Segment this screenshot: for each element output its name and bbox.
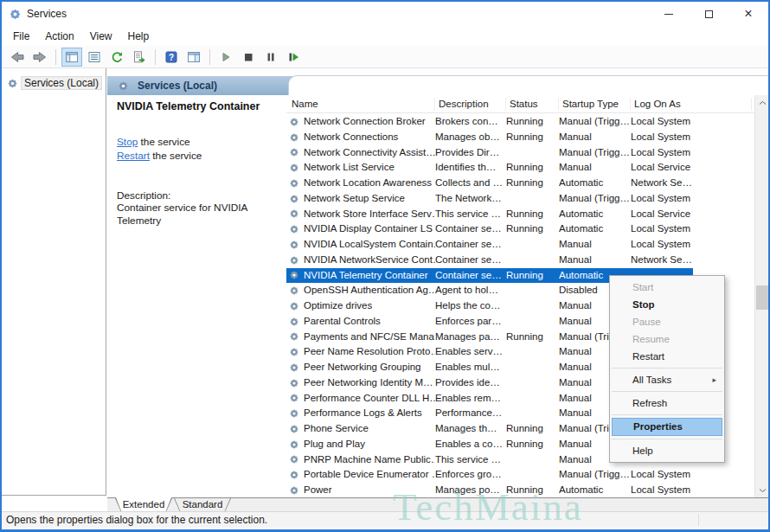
service-gear-icon <box>289 178 299 189</box>
service-name-cell: Network Location Awareness <box>286 176 435 191</box>
service-log-on-as-cell: Local System <box>631 114 693 130</box>
service-status-cell: Running <box>506 421 559 437</box>
service-description-cell: Helps the co… <box>435 298 506 314</box>
stop-service-link[interactable]: Stop <box>117 136 138 148</box>
service-row[interactable]: Portable Device Enumerator … Enforces gr… <box>286 467 693 483</box>
service-row[interactable]: Power Manages po… Running Automatic Loca… <box>286 483 693 497</box>
column-header-name[interactable]: Name <box>286 98 435 111</box>
scroll-down-button[interactable] <box>755 483 770 497</box>
restart-service-button[interactable] <box>283 48 304 67</box>
description-label: Description: <box>117 189 278 202</box>
view-tabs: ExtendedStandard <box>107 497 768 511</box>
show-console-tree-button[interactable] <box>61 48 82 67</box>
tab-extended[interactable]: Extended <box>115 498 172 512</box>
service-row[interactable]: Network Setup Service The Network… Manua… <box>286 191 693 207</box>
service-gear-icon <box>289 347 299 357</box>
console-tree-pane: Services (Local) <box>2 68 106 496</box>
start-service-button[interactable] <box>215 48 236 67</box>
context-menu-item-restart[interactable]: Restart <box>610 348 724 365</box>
service-row[interactable]: Network Connections Manages ob… Running … <box>286 130 693 145</box>
tab-label: Extended <box>115 498 172 511</box>
menu-item-label: Properties <box>633 421 683 432</box>
scrollbar-thumb[interactable] <box>756 285 769 310</box>
stop-service-text: the service <box>138 136 189 148</box>
restart-service-link[interactable]: Restart <box>117 150 150 162</box>
service-status-cell: Running <box>506 130 559 145</box>
service-row[interactable]: NVIDIA Display Container LS Container se… <box>286 221 693 237</box>
show-action-pane-button[interactable] <box>183 48 204 67</box>
service-row[interactable]: Network Connection Broker Brokers con… R… <box>286 114 693 130</box>
tree-item-services-local[interactable]: Services (Local) <box>7 76 106 90</box>
service-description-cell: Enforces gro… <box>435 467 506 483</box>
menu-action[interactable]: Action <box>37 28 81 45</box>
menu-help[interactable]: Help <box>120 28 157 45</box>
maximize-icon <box>705 10 713 18</box>
column-header-status[interactable]: Status <box>506 98 559 111</box>
window-title: Services <box>27 8 67 20</box>
service-startup-type-cell: Automatic <box>559 483 631 497</box>
tab-standard[interactable]: Standard <box>174 498 231 512</box>
tab-label: Standard <box>174 498 231 511</box>
service-status-cell: Running <box>506 330 559 345</box>
column-header-startup-type[interactable]: Startup Type <box>559 98 631 111</box>
service-gear-icon <box>289 485 299 496</box>
service-description-cell: Manages pa… <box>435 330 506 345</box>
service-row[interactable]: Network Store Interface Serv… This servi… <box>286 207 693 222</box>
pane-header-title: Services (Local) <box>138 80 217 92</box>
menu-file[interactable]: File <box>5 28 37 45</box>
context-menu-item-properties[interactable]: Properties <box>612 418 722 436</box>
menu-item-label: Refresh <box>632 398 667 408</box>
refresh-icon <box>110 50 124 64</box>
context-menu-item-help[interactable]: Help <box>610 442 724 459</box>
close-button[interactable]: × <box>728 2 768 26</box>
services-window: Services × FileActionViewHelp <box>0 0 770 532</box>
service-name-cell: Network Connection Broker <box>286 114 435 130</box>
service-startup-type-cell: Manual <box>559 253 631 268</box>
refresh-button[interactable] <box>106 48 127 67</box>
service-gear-icon <box>289 194 299 204</box>
pane-header-gear-icon <box>118 80 129 92</box>
minimize-button[interactable] <box>649 2 689 26</box>
help-icon: ? <box>164 50 178 64</box>
service-gear-icon <box>289 454 299 465</box>
service-row[interactable]: Network Connectivity Assist… Provides Di… <box>286 145 693 161</box>
service-row[interactable]: NVIDIA NetworkService Cont… Container se… <box>286 253 693 268</box>
service-log-on-as-cell: Network Se… <box>631 176 693 191</box>
scroll-up-button[interactable] <box>755 95 770 110</box>
service-gear-icon <box>289 285 299 296</box>
service-description-cell: Container se… <box>435 221 506 237</box>
help-button[interactable]: ? <box>161 48 182 67</box>
menu-item-label: All Tasks <box>632 375 671 385</box>
column-header-description[interactable]: Description <box>435 98 506 111</box>
maximize-button[interactable] <box>689 2 728 26</box>
service-gear-icon <box>289 362 299 373</box>
back-button[interactable] <box>7 48 28 67</box>
vertical-scrollbar[interactable] <box>754 95 769 497</box>
extended-view-surface <box>288 75 768 96</box>
status-bar-divider <box>698 514 699 526</box>
menu-view[interactable]: View <box>82 28 120 45</box>
menu-item-label: Help <box>632 445 653 456</box>
menu-separator <box>612 439 722 439</box>
service-log-on-as-cell: Local System <box>631 191 693 207</box>
service-name-cell: Peer Name Resolution Proto… <box>286 344 435 360</box>
service-row[interactable]: NVIDIA LocalSystem Contain… Container se… <box>286 237 693 253</box>
service-description-cell: This service … <box>435 207 506 222</box>
description-text: Container service for NVIDIA Telemetry <box>117 202 277 227</box>
context-menu-item-stop[interactable]: Stop <box>610 296 724 313</box>
context-menu-item-refresh[interactable]: Refresh <box>610 394 724 412</box>
service-log-on-as-cell: Local System <box>631 467 693 483</box>
properties-button[interactable] <box>84 48 105 67</box>
forward-button[interactable] <box>29 48 50 67</box>
service-gear-icon <box>289 147 299 157</box>
restart-icon <box>286 50 300 64</box>
service-startup-type-cell: Manual (Trigg… <box>559 145 631 161</box>
context-menu-item-all-tasks[interactable]: All Tasks▸ <box>610 371 724 388</box>
service-description-cell: Manages ob… <box>435 130 506 145</box>
stop-service-button[interactable] <box>238 48 259 67</box>
service-row[interactable]: Network Location Awareness Collects and … <box>286 176 693 191</box>
export-list-button[interactable] <box>129 48 150 67</box>
column-header-log-on-as[interactable]: Log On As <box>631 98 752 111</box>
service-row[interactable]: Network List Service Identifies th… Runn… <box>286 160 693 176</box>
pause-service-button[interactable] <box>260 48 281 67</box>
